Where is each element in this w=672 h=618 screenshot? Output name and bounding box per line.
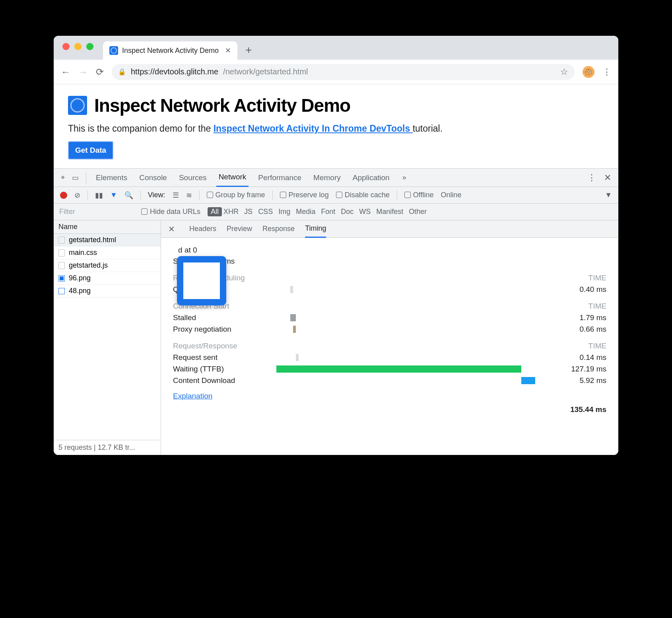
filter-type-js[interactable]: JS	[244, 208, 252, 216]
timing-section-header: Connection StartTIME	[173, 302, 606, 311]
detail-tab-timing[interactable]: Timing	[305, 220, 326, 238]
filter-type-img[interactable]: Img	[278, 208, 290, 216]
devtools-tab-elements[interactable]: Elements	[93, 169, 130, 187]
network-split: Name getstarted.htmlmain.cssgetstarted.j…	[54, 220, 618, 455]
document-icon	[58, 262, 65, 269]
filter-type-media[interactable]: Media	[296, 208, 315, 216]
close-window-button[interactable]	[62, 43, 70, 50]
search-icon[interactable]: 🔍	[124, 191, 133, 200]
tutorial-link[interactable]: Inspect Network Activity In Chrome DevTo…	[214, 123, 413, 134]
filter-bar: Filter Hide data URLs All XHRJSCSSImgMed…	[54, 204, 618, 220]
request-row[interactable]: 96.png	[54, 272, 161, 285]
get-data-button[interactable]: Get Data	[68, 141, 113, 159]
filter-icon[interactable]: ▼	[110, 191, 117, 199]
devtools-tab-application[interactable]: Application	[350, 169, 392, 187]
hide-data-urls-checkbox[interactable]: Hide data URLs	[141, 208, 200, 216]
clear-icon[interactable]: ⊘	[74, 191, 80, 200]
more-tabs-icon[interactable]: »	[402, 173, 406, 182]
devtools-tab-console[interactable]: Console	[137, 169, 169, 187]
timing-row-value: 1.79 ms	[555, 313, 606, 322]
request-detail: ✕ HeadersPreviewResponseTiming Queued at…	[161, 220, 618, 455]
throttle-caret-icon[interactable]: ▼	[605, 191, 612, 199]
timing-row-label: Proxy negotiation	[173, 325, 276, 334]
request-row[interactable]: main.css	[54, 247, 161, 259]
timing-row-label: Request sent	[173, 353, 276, 362]
devtools-tab-network[interactable]: Network	[216, 169, 249, 187]
devtools-tab-sources[interactable]: Sources	[177, 169, 209, 187]
timing-section-header: Resource SchedulingTIME	[173, 274, 606, 282]
detail-tab-preview[interactable]: Preview	[227, 220, 252, 238]
document-icon	[58, 237, 65, 244]
started-text: Started at 0.40 ms	[173, 257, 606, 266]
timing-row-value: 0.14 ms	[555, 353, 606, 362]
image-icon	[58, 275, 65, 282]
waterfall-icon[interactable]: ≋	[186, 191, 192, 200]
filter-type-ws[interactable]: WS	[359, 208, 371, 216]
status-bar: 5 requests | 12.7 KB tr...	[54, 440, 161, 455]
devtools-close-icon[interactable]: ✕	[604, 173, 611, 183]
timing-bar	[276, 325, 555, 334]
camera-icon[interactable]: ▮▮	[95, 191, 103, 200]
back-button[interactable]: ←	[61, 66, 70, 78]
preserve-log-checkbox[interactable]: Preserve log	[280, 191, 329, 199]
close-detail-icon[interactable]: ✕	[168, 224, 175, 234]
record-button[interactable]	[60, 192, 67, 199]
view-label: View:	[148, 191, 165, 199]
request-row[interactable]: 48.png	[54, 285, 161, 297]
detail-tabbar: ✕ HeadersPreviewResponseTiming	[161, 220, 618, 238]
minimize-window-button[interactable]	[74, 43, 82, 50]
timing-bar	[276, 285, 555, 294]
browser-menu-icon[interactable]: ⋮	[602, 67, 611, 77]
group-by-frame-checkbox[interactable]: Group by frame	[207, 191, 265, 199]
timing-row-value: 5.92 ms	[555, 376, 606, 385]
fullscreen-window-button[interactable]	[86, 43, 93, 50]
close-tab-icon[interactable]: ✕	[225, 46, 231, 55]
request-row[interactable]: getstarted.html	[54, 234, 161, 247]
device-toolbar-icon[interactable]: ▭	[72, 173, 79, 182]
network-toolbar: ⊘ ▮▮ ▼ 🔍 View: ☰ ≋ Group by frame Preser…	[54, 187, 618, 204]
page-heading-text: Inspect Network Activity Demo	[94, 95, 350, 116]
filter-type-all[interactable]: All	[208, 207, 222, 216]
disable-cache-checkbox[interactable]: Disable cache	[336, 191, 390, 199]
large-rows-icon[interactable]: ☰	[173, 191, 179, 200]
timing-row-label: Stalled	[173, 313, 276, 322]
filter-type-css[interactable]: CSS	[258, 208, 273, 216]
queued-text: Queued at 0	[173, 246, 606, 255]
browser-window: Inspect Network Activity Demo ✕ + ← → ⟳ …	[54, 36, 618, 455]
new-tab-button[interactable]: +	[245, 44, 252, 56]
explanation-link[interactable]: Explanation	[173, 392, 212, 400]
profile-avatar[interactable]: 🐵	[583, 66, 594, 78]
separator	[87, 190, 88, 200]
inspect-element-icon[interactable]: ⌖	[61, 173, 65, 182]
reload-button[interactable]: ⟳	[96, 66, 104, 78]
online-dropdown[interactable]: Online	[441, 191, 461, 199]
page-content: Inspect Network Activity Demo This is th…	[54, 84, 618, 168]
timing-row-value: 0.40 ms	[555, 285, 606, 294]
request-name: 96.png	[69, 274, 91, 282]
filter-type-other[interactable]: Other	[409, 208, 427, 216]
url-input[interactable]: 🔒 https://devtools.glitch.me/network/get…	[112, 64, 575, 80]
filter-type-doc[interactable]: Doc	[341, 208, 353, 216]
separator	[140, 190, 141, 200]
timing-bar	[276, 365, 555, 373]
intro-paragraph: This is the companion demo for the Inspe…	[68, 123, 604, 134]
devtools-tab-performance[interactable]: Performance	[256, 169, 304, 187]
forward-button[interactable]: →	[78, 66, 88, 78]
detail-tab-headers[interactable]: Headers	[189, 220, 216, 238]
offline-checkbox[interactable]: Offline	[404, 191, 434, 199]
intro-post: tutorial.	[413, 123, 443, 134]
bookmark-star-icon[interactable]: ☆	[560, 67, 568, 77]
browser-tab[interactable]: Inspect Network Activity Demo ✕	[103, 41, 237, 60]
timing-row-label: Content Download	[173, 376, 276, 385]
filter-type-xhr[interactable]: XHR	[223, 208, 239, 216]
devtools-settings-icon[interactable]: ⋮	[587, 173, 596, 183]
devtools-tab-memory[interactable]: Memory	[311, 169, 343, 187]
separator	[272, 190, 273, 200]
timing-row: Waiting (TTFB)127.19 ms	[173, 365, 606, 373]
filter-input[interactable]: Filter	[54, 208, 141, 216]
detail-tab-response[interactable]: Response	[262, 220, 295, 238]
filter-type-font[interactable]: Font	[321, 208, 335, 216]
timing-row: Request sent0.14 ms	[173, 353, 606, 362]
filter-type-manifest[interactable]: Manifest	[376, 208, 403, 216]
request-row[interactable]: getstarted.js	[54, 259, 161, 272]
